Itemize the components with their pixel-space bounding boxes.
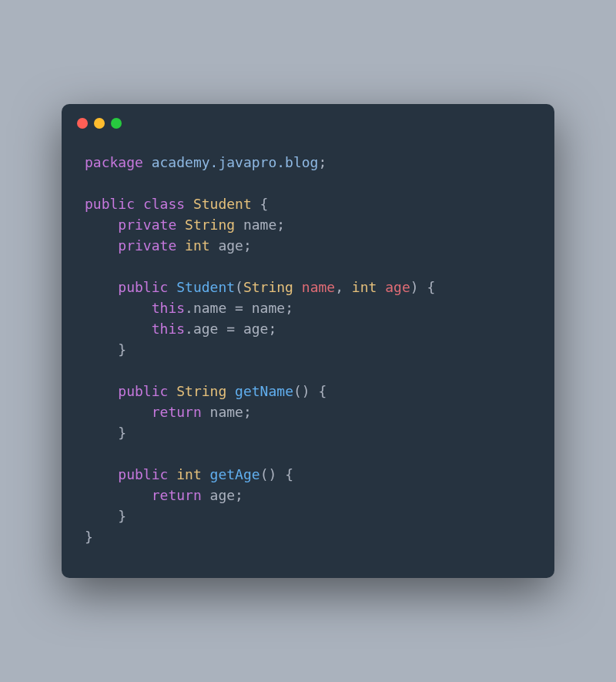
keyword-public: public (85, 196, 135, 212)
code-line-13: return name; (85, 404, 252, 420)
comma: , (335, 279, 352, 295)
semicolon: ; (268, 321, 276, 337)
field-name: age (193, 321, 219, 337)
param-name: name (302, 279, 335, 295)
minimize-button[interactable] (94, 118, 105, 129)
constructor-name: Student (176, 279, 235, 295)
close-brace: } (85, 529, 93, 545)
namespace: academy.javapro.blog (143, 154, 319, 170)
keyword-this: this (152, 321, 185, 337)
parens: () (260, 466, 277, 482)
semicolon: ; (285, 300, 293, 316)
code-line-10: } (85, 341, 126, 358)
keyword-this: this (152, 300, 185, 316)
open-brace: { (419, 279, 436, 295)
param-type-string: String (243, 279, 293, 295)
semicolon: ; (243, 237, 252, 254)
return-type-string: String (176, 383, 226, 399)
semicolon: ; (276, 217, 285, 233)
space (176, 237, 185, 254)
code-line-18: } (85, 508, 126, 524)
param-name: age (385, 279, 410, 295)
field-name: age (218, 237, 243, 254)
keyword-return: return (152, 487, 202, 503)
code-area: package academy.javapro.blog; public cla… (62, 136, 554, 578)
type-string: String (185, 217, 235, 233)
code-line-5: private int age; (85, 237, 252, 254)
keyword-return: return (152, 404, 202, 420)
space (210, 237, 219, 254)
method-name: getName (235, 383, 293, 399)
dot: . (185, 321, 193, 337)
code-line-14: } (85, 425, 126, 441)
indent (85, 321, 152, 337)
indent (85, 300, 152, 316)
indent (85, 279, 118, 295)
space (135, 196, 143, 212)
code-line-17: return age; (85, 487, 243, 503)
indent (85, 217, 118, 233)
space (377, 279, 385, 295)
indent (85, 508, 118, 524)
space (168, 279, 176, 295)
semicolon: ; (243, 404, 252, 420)
field-name: name (193, 300, 226, 316)
equals: = (226, 300, 252, 316)
code-line-19: } (85, 529, 93, 545)
space (168, 466, 176, 482)
title-bar (62, 104, 554, 136)
space (176, 217, 185, 233)
semicolon: ; (318, 154, 326, 170)
keyword-class: class (143, 196, 185, 212)
open-brace: { (252, 196, 269, 212)
close-brace: } (118, 508, 126, 524)
code-line-16: public int getAge() { (85, 466, 293, 482)
value: age (210, 487, 236, 503)
open-brace: { (276, 466, 293, 482)
close-brace: } (118, 425, 126, 441)
indent (85, 341, 118, 358)
code-line-12: public String getName() { (85, 383, 326, 399)
keyword-public: public (118, 466, 168, 482)
keyword-private: private (118, 217, 176, 233)
class-name: Student (193, 196, 252, 212)
indent (85, 425, 118, 441)
rparen: ) (410, 279, 419, 295)
indent (85, 237, 118, 254)
maximize-button[interactable] (111, 118, 122, 129)
code-window: package academy.javapro.blog; public cla… (62, 104, 554, 578)
dot: . (185, 300, 193, 316)
indent (85, 383, 118, 399)
code-line-8: this.name = name; (85, 300, 293, 316)
keyword-public: public (118, 383, 168, 399)
space (202, 466, 210, 482)
code-line-7: public Student(String name, int age) { (85, 279, 435, 295)
semicolon: ; (235, 487, 243, 503)
space (202, 404, 210, 420)
type-int: int (185, 237, 210, 254)
value: age (243, 321, 269, 337)
open-brace: { (310, 383, 327, 399)
indent (85, 404, 152, 420)
lparen: ( (235, 279, 243, 295)
keyword-public: public (118, 279, 168, 295)
code-line-1: package academy.javapro.blog; (85, 154, 326, 170)
value: name (210, 404, 243, 420)
space (226, 383, 235, 399)
code-line-3: public class Student { (85, 196, 268, 212)
close-brace: } (118, 341, 126, 358)
code-line-4: private String name; (85, 217, 285, 233)
method-name: getAge (210, 466, 260, 482)
keyword-private: private (118, 237, 176, 254)
space (235, 217, 243, 233)
indent (85, 466, 118, 482)
field-name: name (243, 217, 276, 233)
return-type-int: int (176, 466, 202, 482)
space (185, 196, 193, 212)
equals: = (218, 321, 243, 337)
indent (85, 487, 152, 503)
value: name (252, 300, 285, 316)
space (293, 279, 302, 295)
close-button[interactable] (77, 118, 88, 129)
space (168, 383, 176, 399)
